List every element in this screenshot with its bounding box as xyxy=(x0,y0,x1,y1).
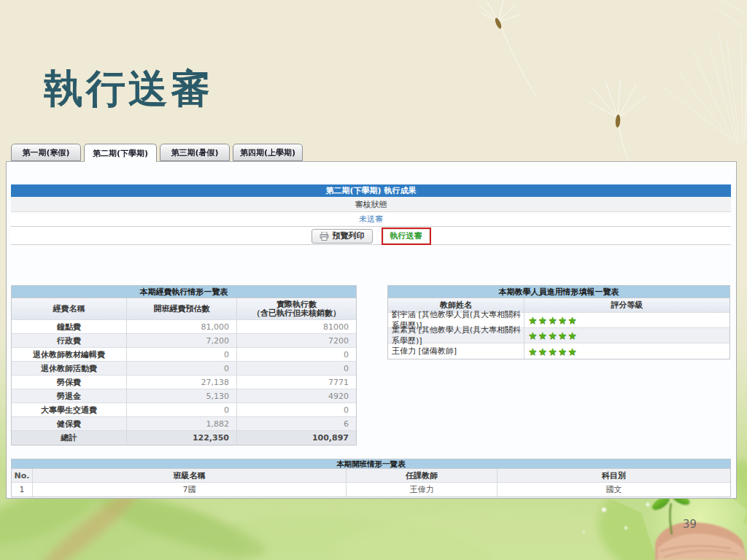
page-number: 39 xyxy=(683,518,697,531)
col-header: 經費名稱 xyxy=(12,298,127,319)
col-header: 開班經費預估數 xyxy=(127,298,237,319)
page-title: 執行送審 xyxy=(44,63,213,116)
actions-row: 預覽列印 執行送審 xyxy=(11,227,731,245)
rating-stars: ★★★★★ xyxy=(525,313,729,327)
table-row: 鐘點費 81,000 81000 xyxy=(12,320,356,334)
tab-period-4[interactable]: 第四期(上學期) xyxy=(233,144,303,161)
dandelion-seed-icon xyxy=(494,17,621,128)
funding-table-header: 經費名稱 開班經費預估數 實際執行數 （含已執行但未核銷數） xyxy=(12,298,356,320)
star-icon: ★ xyxy=(548,315,558,325)
tab-label: 第一期(寒假) xyxy=(22,147,69,158)
col-header: 科目別 xyxy=(498,469,730,482)
star-icon: ★ xyxy=(568,346,578,357)
star-icon: ★ xyxy=(538,315,549,325)
printer-icon xyxy=(320,232,329,241)
table-row: 王偉力 [儲備教師] ★★★★★ xyxy=(388,343,729,359)
table-row: 退休教師教材編輯費 0 0 xyxy=(12,348,356,362)
star-icon: ★ xyxy=(538,346,549,357)
app-screenshot-panel: 第一期(寒假) 第二期(下學期) 第三期(暑假) 第四期(上學期) 第二期(下學… xyxy=(6,144,737,499)
tab-label: 第三期(暑假) xyxy=(171,147,218,158)
table-row: 行政費 7,200 7200 xyxy=(12,334,356,348)
star-icon: ★ xyxy=(528,330,538,341)
col-header: 任課教師 xyxy=(347,469,498,482)
period-tab-bar: 第一期(寒假) 第二期(下學期) 第三期(暑假) 第四期(上學期) xyxy=(6,144,737,161)
class-table-header: No. 班級名稱 任課教師 科目別 xyxy=(12,469,730,483)
col-header: 實際執行數 （含已執行但未核銷數） xyxy=(237,298,356,319)
funding-table-title: 本期經費執行情形一覽表 xyxy=(12,286,356,298)
star-icon: ★ xyxy=(528,315,538,325)
star-icon: ★ xyxy=(568,315,578,325)
star-icon: ★ xyxy=(558,315,568,325)
result-header: 第二期(下學期) 執行成果 xyxy=(11,184,731,197)
funding-table: 本期經費執行情形一覽表 經費名稱 開班經費預估數 實際執行數 （含已執行但未核銷… xyxy=(11,285,357,446)
tab-label: 第四期(上學期) xyxy=(240,147,295,158)
rating-stars: ★★★★★ xyxy=(525,328,729,343)
panel-body: 第二期(下學期) 執行成果 審核狀態 未送審 預覽列印 執行送審 xyxy=(6,161,737,499)
col-header-line1: 實際執行數 xyxy=(252,300,341,309)
table-row: 勞保費 27,138 7771 xyxy=(12,376,356,389)
submit-for-review-button[interactable]: 執行送審 xyxy=(383,229,430,244)
table-row: 1 7國 王偉力 國文 xyxy=(12,483,730,497)
table-total-row: 總計 122,350 100,897 xyxy=(12,431,356,445)
tab-label: 第二期(下學期) xyxy=(93,148,148,159)
print-button-label: 預覽列印 xyxy=(333,230,365,241)
print-preview-button[interactable]: 預覽列印 xyxy=(311,229,373,244)
tab-period-2-active[interactable]: 第二期(下學期) xyxy=(84,144,157,162)
star-icon: ★ xyxy=(568,330,578,341)
tab-period-1[interactable]: 第一期(寒假) xyxy=(11,144,81,161)
table-row: 大專學生交通費 0 0 xyxy=(12,403,356,417)
col-header-line2: （含已執行但未核銷數） xyxy=(252,309,341,318)
table-row: 健保費 1,882 6 xyxy=(12,417,356,431)
star-icon: ★ xyxy=(538,330,549,341)
star-icon: ★ xyxy=(558,346,568,357)
col-header: No. xyxy=(12,469,33,482)
col-header: 班級名稱 xyxy=(33,469,347,482)
col-header: 評分等級 xyxy=(525,298,729,312)
review-status-value: 未送審 xyxy=(11,212,731,227)
red-highlight-box: 執行送審 xyxy=(382,228,431,245)
star-icon: ★ xyxy=(558,330,568,341)
summary-tables-row: 本期經費執行情形一覽表 經費名稱 開班經費預估數 實際執行數 （含已執行但未核銷… xyxy=(11,285,731,446)
teacher-table: 本期教學人員進用情形填報一覽表 教師姓名 評分等級 劉宇涵 [其他教學人員(具大… xyxy=(387,285,730,359)
star-icon: ★ xyxy=(528,346,538,357)
rating-stars: ★★★★★ xyxy=(525,343,729,359)
tab-period-3[interactable]: 第三期(暑假) xyxy=(160,144,230,161)
review-status-label: 審核狀態 xyxy=(11,197,731,212)
table-row: 退休教師活動費 0 0 xyxy=(12,362,356,376)
execution-result-block: 第二期(下學期) 執行成果 審核狀態 未送審 預覽列印 執行送審 xyxy=(11,184,731,245)
star-icon: ★ xyxy=(548,330,558,341)
table-row: 葉素貞 [其他教學人員(具大專相關科系學歷)] ★★★★★ xyxy=(388,328,729,343)
star-icon: ★ xyxy=(548,346,558,357)
class-table: 本期開班情形一覽表 No. 班級名稱 任課教師 科目別 1 7國 王偉力 國文 xyxy=(11,459,731,497)
teacher-table-title: 本期教學人員進用情形填報一覽表 xyxy=(388,286,729,298)
class-table-title: 本期開班情形一覽表 xyxy=(12,459,730,469)
table-row: 勞退金 5,130 4920 xyxy=(12,389,356,403)
